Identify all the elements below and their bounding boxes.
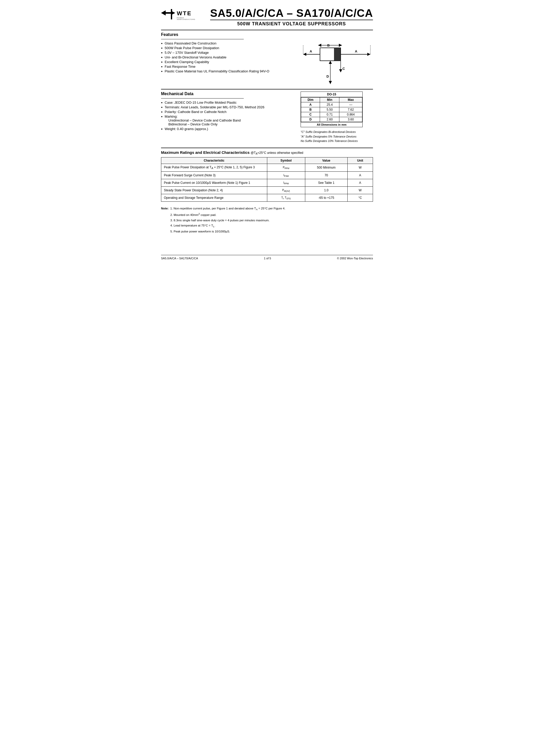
features-left: Features Glass Passivated Die Constructi… (161, 32, 301, 74)
mech-item-4: Marking: Unidirectional – Device Code an… (161, 115, 295, 126)
suffix-note-2: "A" Suffix Designates 5% Tolerance Devic… (301, 134, 373, 139)
char-1: Peak Pulse Power Dissipation at TA = 25°… (161, 164, 267, 172)
unit-1: W (347, 164, 373, 172)
mech-left: Mechanical Data Case: JEDEC DO-15 Low Pr… (161, 92, 301, 132)
footer-left: SA5.0/A/CA – SA170/A/C/CA (161, 257, 198, 260)
features-section: Features Glass Passivated Die Constructi… (161, 32, 373, 85)
svg-text:A: A (355, 49, 358, 53)
th-unit: Unit (347, 157, 373, 164)
ratings-rule (161, 148, 373, 148)
sym-4: PM(AV) (267, 186, 305, 194)
char-5: Operating and Storage Temperature Range (161, 194, 267, 202)
dimension-table: Dim Min Max A 25.4 — B 5.50 7.62 (301, 97, 362, 122)
dim-row-b: B 5.50 7.62 (301, 107, 362, 112)
main-title: SA5.0/A/C/CA – SA170/A/C/CA (210, 8, 373, 19)
sub-title: 500W TRANSIENT VOLTAGE SUPPRESSORS (210, 20, 373, 27)
ratings-condition: @TA=25°C unless otherwise specified (251, 151, 303, 155)
sym-3: IPPM (267, 179, 305, 186)
unit-4: W (347, 186, 373, 194)
mech-item-2: Terminals: Axial Leads, Solderable per M… (161, 105, 295, 109)
dimension-table-wrapper: DO-15 Dim Min Max A 25.4 — (301, 92, 362, 127)
ratings-table: Characteristic Symbol Value Unit Peak Pu… (161, 157, 373, 202)
svg-text:A: A (310, 49, 312, 53)
char-3: Peak Pulse Current on 10/1000µS Waveform… (161, 179, 267, 186)
col-min: Min (320, 97, 339, 102)
svg-marker-0 (161, 10, 172, 15)
svg-marker-2 (172, 12, 175, 14)
th-char: Characteristic (161, 157, 267, 164)
mech-item-3: Polarity: Cathode Band or Cathode Notch (161, 110, 295, 114)
suffix-notes: "C" Suffix Designates Bi-directional Dev… (301, 130, 373, 144)
ratings-row-5: Operating and Storage Temperature Range … (161, 194, 373, 202)
ratings-heading: Maximum Ratings and Electrical Character… (161, 150, 373, 155)
svg-marker-18 (339, 69, 342, 72)
char-4: Steady State Power Dissipation (Note 2, … (161, 186, 267, 194)
feature-item-2: 500W Peak Pulse Power Dissipation (161, 46, 295, 50)
ratings-row-1: Peak Pulse Power Dissipation at TA = 25°… (161, 164, 373, 172)
mech-rule-thin (161, 98, 244, 98)
mech-list: Case: JEDEC DO-15 Low Profile Molded Pla… (161, 100, 295, 131)
feature-item-7: Plastic Case Material has UL Flammabilit… (161, 69, 295, 73)
dim-table-title: DO-15 (301, 92, 362, 97)
feature-item-4: Uni- and Bi-Directional Versions Availab… (161, 55, 295, 59)
dim-note: All Dimensions in mm (301, 122, 362, 127)
ratings-section: Maximum Ratings and Electrical Character… (161, 150, 373, 202)
page-footer: SA5.0/A/CA – SA170/A/C/CA 1 of 5 © 2002 … (161, 255, 373, 260)
th-val: Value (305, 157, 347, 164)
svg-marker-20 (329, 61, 332, 64)
logo-icon (161, 8, 175, 22)
col-dim: Dim (301, 97, 320, 102)
val-3: See Table 1 (305, 179, 347, 186)
th-sym: Symbol (267, 157, 305, 164)
features-list: Glass Passivated Die Construction 500W P… (161, 41, 295, 73)
svg-marker-22 (329, 81, 332, 84)
title-area: SA5.0/A/C/CA – SA170/A/C/CA 500W TRANSIE… (210, 8, 373, 27)
mech-item-5: Weight: 0.40 grams (approx.) (161, 127, 295, 131)
val-4: 1.0 (305, 186, 347, 194)
header-rule (161, 30, 373, 30)
page-header: WTE POWER SEMICONDUCTORS SA5.0/A/C/CA – … (161, 8, 373, 27)
val-2: 70 (305, 172, 347, 179)
sym-5: Ti, TSTG (267, 194, 305, 202)
svg-text:C: C (342, 67, 345, 70)
val-5: -65 to +175 (305, 194, 347, 202)
dim-row-a: A 25.4 — (301, 102, 362, 107)
svg-rect-8 (334, 48, 341, 61)
suffix-note-3: No Suffix Designates 10% Tolerance Devic… (301, 139, 373, 144)
note-4: 4. Lead temperature at 75°C = TL. (170, 223, 373, 229)
diode-diagram: A B A (301, 32, 373, 85)
footer-right: © 2002 Won-Top Electronics (337, 257, 373, 260)
unit-2: A (347, 172, 373, 179)
features-heading: Features (161, 32, 295, 37)
svg-text:D: D (327, 74, 329, 78)
note-2: 2. Mounted on 40mm2 copper pad. (170, 211, 373, 218)
mech-section: Mechanical Data Case: JEDEC DO-15 Low Pr… (161, 92, 373, 144)
footer-center: 1 of 5 (264, 257, 271, 260)
note-3: 3. 8.3ms single half sine-wave duty cycl… (170, 218, 373, 223)
char-2: Peak Forward Surge Current (Note 3) (161, 172, 267, 179)
unit-5: °C (347, 194, 373, 202)
notes-section: Note: 1. Non-repetitive current pulse, p… (161, 206, 373, 234)
logo-subtitle: POWER SEMICONDUCTORS (177, 17, 202, 20)
feature-item-6: Fast Response Time (161, 65, 295, 68)
logo-wte: WTE (177, 10, 192, 17)
svg-marker-12 (318, 44, 321, 47)
feature-item-1: Glass Passivated Die Construction (161, 41, 295, 45)
dim-row-d: D 2.60 3.60 (301, 117, 362, 122)
note-5: 5. Peak pulse power waveform is 10/1000µ… (170, 229, 373, 234)
dim-row-c: C 0.71 0.864 (301, 112, 362, 117)
note-1: 1. Non-repetitive current pulse, per Fig… (170, 207, 285, 210)
suffix-note-1: "C" Suffix Designates Bi-directional Dev… (301, 130, 373, 134)
mech-right: DO-15 Dim Min Max A 25.4 — (301, 92, 373, 144)
col-max: Max (339, 97, 362, 102)
sym-2: IFSM (267, 172, 305, 179)
mech-item-1: Case: JEDEC DO-15 Low Profile Molded Pla… (161, 100, 295, 104)
mech-heading: Mechanical Data (161, 92, 295, 96)
val-1: 500 Minimum (305, 164, 347, 172)
notes-intro: Note: 1. Non-repetitive current pulse, p… (161, 206, 373, 212)
logo-area: WTE POWER SEMICONDUCTORS (161, 8, 202, 22)
unit-3: A (347, 179, 373, 186)
mech-rule (161, 89, 373, 90)
logo-text-area: WTE POWER SEMICONDUCTORS (177, 10, 202, 20)
svg-rect-1 (171, 9, 172, 19)
